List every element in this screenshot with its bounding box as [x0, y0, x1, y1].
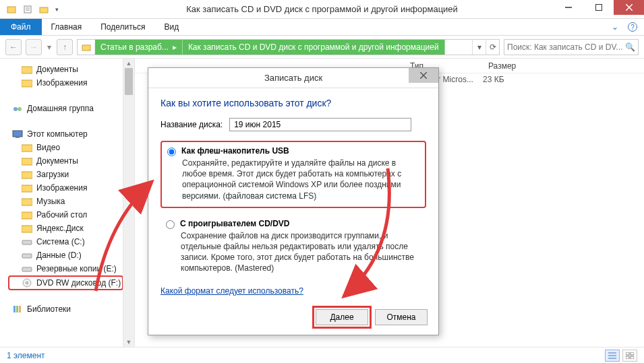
dialog-close-button[interactable] — [409, 68, 438, 83]
svg-point-13 — [18, 107, 22, 111]
back-button[interactable]: ← — [5, 39, 22, 55]
homegroup-icon — [12, 103, 23, 114]
svg-rect-11 — [22, 80, 32, 87]
address-bar[interactable]: Статьи в разраб...▸ Как записать CD и DV… — [77, 39, 500, 55]
folder-icon — [22, 223, 32, 234]
radio-cd-dvd[interactable] — [166, 220, 175, 229]
forward-button[interactable]: → — [26, 39, 42, 55]
option-usb[interactable]: Как флеш-накопитель USB Сохраняйте, реда… — [160, 141, 426, 208]
titlebar: ▾ Как записать CD и DVD диск с программо… — [0, 0, 644, 19]
svg-rect-19 — [22, 185, 32, 192]
folder-icon — [22, 209, 32, 220]
folder-icon — [22, 183, 32, 193]
tree-drive-c[interactable]: Система (C:) — [5, 235, 121, 249]
tree-documents[interactable]: Документы — [5, 63, 121, 76]
help-icon[interactable]: ? — [628, 22, 637, 32]
svg-rect-28 — [13, 306, 16, 312]
tree-drive-d[interactable]: Данные (D:) — [5, 249, 121, 262]
disc-name-input[interactable] — [229, 118, 411, 131]
ribbon-expand-icon[interactable]: ⌄ — [612, 22, 618, 32]
option-usb-label: Как флеш-накопитель USB — [181, 146, 289, 156]
dialog-titlebar[interactable]: Записать диск — [148, 68, 438, 88]
tree-documents2[interactable]: Документы — [5, 154, 121, 168]
up-button[interactable]: ↑ — [57, 39, 73, 55]
drive-icon — [22, 250, 32, 261]
folder-icon — [22, 169, 32, 180]
help-link[interactable]: Какой формат следует использовать? — [160, 286, 303, 296]
option-usb-desc: Сохраняйте, редактируйте и удаляйте файл… — [182, 158, 419, 201]
refresh-button[interactable]: ⟳ — [486, 40, 499, 55]
history-dropdown[interactable]: ▾ — [46, 42, 53, 52]
sidebar-scrollbar[interactable]: ▲ ▼ — [123, 59, 134, 347]
address-bar-row: ← → ▾ ↑ Статьи в разраб...▸ Как записать… — [0, 36, 644, 59]
svg-rect-25 — [22, 267, 32, 271]
file-tab[interactable]: Файл — [0, 19, 42, 35]
tree-homegroup[interactable]: Домашняя группа — [5, 102, 121, 115]
burn-disc-dialog: Записать диск Как вы хотите использовать… — [148, 67, 439, 335]
svg-rect-9 — [82, 45, 90, 51]
breadcrumb-dropdown[interactable]: ▾ — [472, 40, 486, 55]
scroll-down-icon[interactable]: ▼ — [123, 337, 134, 347]
svg-rect-35 — [631, 352, 634, 355]
svg-rect-20 — [22, 199, 32, 205]
tree-video[interactable]: Видео — [5, 141, 121, 154]
tree-desktop[interactable]: Рабочий стол — [5, 208, 121, 222]
scroll-up-icon[interactable]: ▲ — [123, 59, 134, 68]
svg-rect-30 — [19, 306, 21, 312]
scroll-thumb[interactable] — [125, 68, 133, 95]
tab-share[interactable]: Поделиться — [91, 19, 154, 35]
tree-dvd-rw[interactable]: DVD RW дисковод (F:) — [8, 275, 123, 290]
svg-point-27 — [26, 282, 28, 284]
dvd-icon — [22, 277, 32, 288]
tree-thispc[interactable]: Этот компьютер — [5, 127, 121, 141]
option-cd-dvd[interactable]: С проигрывателем CD/DVD Сохранение файло… — [160, 215, 426, 279]
tree-libraries[interactable]: Библиотеки — [5, 302, 121, 316]
svg-rect-10 — [22, 67, 32, 73]
dialog-title: Записать диск — [264, 73, 322, 83]
svg-rect-14 — [13, 131, 22, 137]
dialog-header: Как вы хотите использовать этот диск? — [160, 98, 426, 108]
tree-downloads[interactable]: Загрузки — [5, 168, 121, 181]
view-details-button[interactable] — [605, 350, 620, 362]
computer-icon — [12, 129, 23, 139]
folder-icon — [22, 156, 32, 166]
folder-icon — [22, 64, 32, 75]
svg-point-12 — [13, 107, 18, 111]
folder-icon — [22, 142, 32, 153]
ribbon-controls: ⌄ ? — [612, 19, 644, 35]
breadcrumb-segment-2[interactable]: Как записать CD и DVD диск с программой … — [183, 40, 445, 55]
drive-icon — [22, 236, 32, 247]
tree-music[interactable]: Музыка — [5, 195, 121, 208]
libraries-icon — [12, 304, 23, 315]
breadcrumb-segment-1[interactable]: Статьи в разраб...▸ — [95, 40, 183, 55]
tree-images2[interactable]: Изображения — [5, 181, 121, 195]
svg-rect-24 — [22, 254, 32, 258]
drive-icon — [22, 263, 32, 274]
column-size[interactable]: Размер — [483, 61, 516, 71]
radio-usb[interactable] — [167, 147, 176, 156]
tab-home[interactable]: Главная — [42, 19, 92, 35]
svg-rect-23 — [22, 240, 32, 244]
tree-yandex[interactable]: Яндекс.Диск — [5, 222, 121, 235]
search-input[interactable] — [507, 42, 635, 52]
search-box[interactable]: 🔍 — [504, 39, 639, 55]
option-cd-dvd-label: С проигрывателем CD/DVD — [180, 219, 290, 228]
next-button[interactable]: Далее — [316, 309, 368, 325]
tree-drive-e[interactable]: Резервные копии (E:) — [5, 262, 121, 275]
disc-name-label: Название диска: — [160, 120, 223, 129]
tree-images[interactable]: Изображения — [5, 76, 121, 90]
window-title: Как записать CD и DVD диск с программой … — [0, 4, 644, 14]
item-count: 1 элемент — [7, 351, 45, 360]
svg-rect-29 — [16, 306, 18, 312]
svg-rect-16 — [22, 145, 32, 152]
svg-rect-17 — [22, 158, 32, 165]
svg-rect-15 — [16, 137, 20, 138]
view-icons-button[interactable] — [622, 350, 637, 362]
svg-rect-37 — [631, 356, 634, 359]
cancel-button[interactable]: Отмена — [375, 309, 428, 325]
svg-rect-21 — [22, 212, 32, 219]
tab-view[interactable]: Вид — [154, 19, 188, 35]
search-icon: 🔍 — [625, 42, 635, 52]
svg-rect-22 — [22, 226, 32, 232]
location-icon — [78, 40, 95, 55]
